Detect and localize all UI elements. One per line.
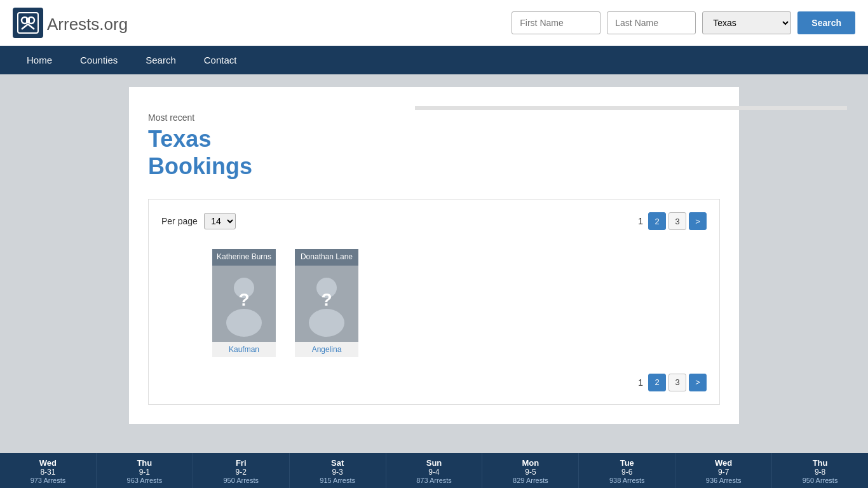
- next-page-btn[interactable]: >: [689, 212, 707, 230]
- per-page-select[interactable]: 142856: [204, 213, 236, 229]
- main-content: Most recent Texas Bookings Per page: [116, 74, 752, 443]
- title-line2: Bookings: [148, 153, 252, 179]
- day-name: Sat: [292, 458, 383, 468]
- page-2-btn-bottom[interactable]: 2: [648, 374, 666, 391]
- last-name-input[interactable]: [607, 11, 696, 34]
- svg-point-8: [226, 309, 262, 337]
- cards-grid: Katherine Burns ? Kaufman Donathan Lane …: [161, 243, 707, 363]
- date-cell[interactable]: Sun 9-4 873 Arrests: [386, 453, 483, 488]
- day-name: Wed: [3, 458, 93, 468]
- bookings-panel: Per page 142856 1 2 3 > Katherine Burns: [148, 199, 720, 405]
- day-name: Wed: [678, 458, 769, 468]
- right-panel: [288, 100, 720, 199]
- arrests-count: 936 Arrests: [678, 477, 769, 484]
- arrests-count: 873 Arrests: [389, 477, 480, 484]
- date-num: 9-5: [485, 468, 576, 477]
- date-bar: Wed 8-31 973 Arrests Thu 9-1 963 Arrests…: [0, 453, 868, 488]
- card-photo: ?: [295, 266, 358, 342]
- title-line1: Texas: [148, 126, 211, 152]
- date-cell[interactable]: Thu 9-8 950 Arrests: [772, 453, 868, 488]
- day-name: Thu: [775, 458, 865, 468]
- ad-bar: [415, 106, 847, 110]
- svg-rect-5: [26, 18, 30, 23]
- day-name: Sun: [389, 458, 480, 468]
- page-3-btn[interactable]: 3: [668, 212, 686, 230]
- date-num: 9-3: [292, 468, 383, 477]
- arrests-count: 915 Arrests: [292, 477, 383, 484]
- search-button[interactable]: Search: [797, 11, 855, 34]
- layout: Most recent Texas Bookings: [148, 100, 720, 199]
- date-num: 9-6: [581, 468, 672, 477]
- state-select[interactable]: TexasAlabamaAlaskaArizonaCaliforniaColor…: [702, 11, 791, 34]
- page-1-static: 1: [638, 216, 643, 226]
- page-title: Texas Bookings: [148, 125, 275, 180]
- date-num: 9-4: [389, 468, 480, 477]
- nav-contact[interactable]: Contact: [190, 46, 251, 74]
- first-name-input[interactable]: [512, 11, 600, 34]
- card-name: Katherine Burns: [212, 249, 276, 266]
- day-name: Tue: [581, 458, 672, 468]
- date-num: 9-8: [775, 468, 865, 477]
- nav: Home Counties Search Contact: [0, 46, 868, 74]
- booking-card[interactable]: Katherine Burns ? Kaufman: [212, 249, 276, 357]
- booking-card[interactable]: Donathan Lane ? Angelina: [295, 249, 358, 357]
- page-2-btn[interactable]: 2: [648, 212, 666, 230]
- date-num: 9-1: [99, 468, 190, 477]
- day-name: Mon: [485, 458, 576, 468]
- date-cell[interactable]: Tue 9-6 938 Arrests: [579, 453, 675, 488]
- svg-point-12: [309, 309, 344, 337]
- pagination-top: 1 2 3 >: [638, 212, 707, 230]
- date-num: 8-31: [3, 468, 93, 477]
- logo-text: Arrests.org: [47, 11, 128, 35]
- logo-icon: [13, 8, 43, 38]
- next-page-btn-bottom[interactable]: >: [689, 374, 707, 391]
- arrests-count: 963 Arrests: [99, 477, 190, 484]
- day-name: Fri: [196, 458, 287, 468]
- date-num: 9-7: [678, 468, 769, 477]
- nav-search[interactable]: Search: [132, 46, 190, 74]
- card-photo: ?: [212, 266, 276, 342]
- arrests-count: 973 Arrests: [3, 477, 93, 484]
- date-cell[interactable]: Wed 8-31 973 Arrests: [0, 453, 97, 488]
- logo[interactable]: Arrests.org: [13, 8, 128, 38]
- pagination-bottom: 1 2 3 >: [638, 374, 707, 391]
- left-panel: Most recent Texas Bookings: [148, 100, 288, 199]
- date-cell[interactable]: Fri 9-2 950 Arrests: [193, 453, 290, 488]
- date-cell[interactable]: Thu 9-1 963 Arrests: [97, 453, 193, 488]
- arrests-count: 950 Arrests: [775, 477, 865, 484]
- svg-text:?: ?: [238, 290, 249, 309]
- nav-counties[interactable]: Counties: [66, 46, 132, 74]
- logo-suffix: .org: [99, 15, 128, 34]
- arrests-count: 950 Arrests: [196, 477, 287, 484]
- nav-home[interactable]: Home: [13, 46, 66, 74]
- card-name: Donathan Lane: [295, 249, 358, 266]
- card-county[interactable]: Angelina: [295, 342, 358, 357]
- content-area: Most recent Texas Bookings Per page: [129, 87, 739, 424]
- search-form: TexasAlabamaAlaskaArizonaCaliforniaColor…: [512, 11, 855, 34]
- date-num: 9-2: [196, 468, 287, 477]
- day-name: Thu: [99, 458, 190, 468]
- header: Arrests.org TexasAlabamaAlaskaArizonaCal…: [0, 0, 868, 46]
- page-3-btn-bottom[interactable]: 3: [668, 374, 686, 391]
- arrests-count: 829 Arrests: [485, 477, 576, 484]
- page-1-static-bottom: 1: [638, 377, 643, 388]
- arrests-count: 938 Arrests: [581, 477, 672, 484]
- date-cell[interactable]: Sat 9-3 915 Arrests: [290, 453, 386, 488]
- date-cell[interactable]: Wed 9-7 936 Arrests: [675, 453, 772, 488]
- per-page-label: Per page: [161, 216, 198, 226]
- logo-name: Arrests: [47, 15, 99, 34]
- date-cell[interactable]: Mon 9-5 829 Arrests: [482, 453, 579, 488]
- card-county[interactable]: Kaufman: [212, 342, 276, 357]
- page-wrapper: Most recent Texas Bookings Per page: [0, 74, 868, 481]
- per-page-row: Per page 142856 1 2 3 >: [161, 212, 707, 230]
- most-recent-label: Most recent: [148, 112, 275, 123]
- svg-text:?: ?: [321, 290, 332, 309]
